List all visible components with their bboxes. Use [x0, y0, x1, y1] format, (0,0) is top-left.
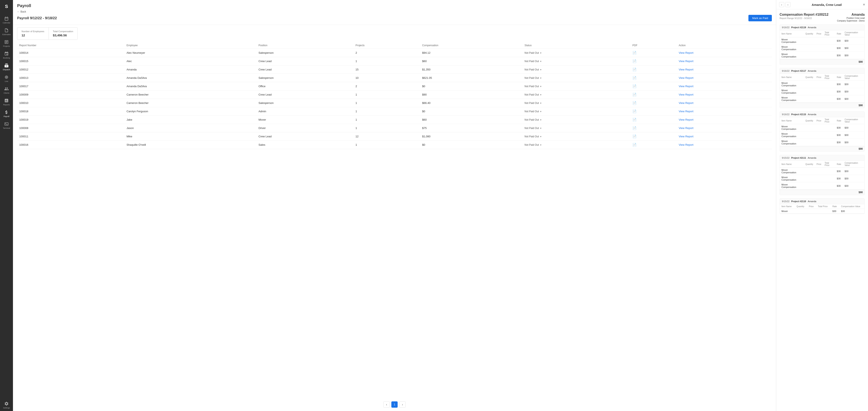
next-page-button[interactable]: ›: [399, 401, 406, 408]
sidebar-item-dispatch[interactable]: Dispatch: [0, 61, 13, 73]
cell-employee: Alec Neumeyer: [124, 49, 256, 57]
pdf-icon[interactable]: 📄: [632, 135, 637, 138]
back-link[interactable]: ← Back: [17, 10, 772, 13]
comp-date: 9/16/22: [782, 113, 789, 116]
view-report-link[interactable]: View Report: [679, 126, 693, 130]
pdf-icon[interactable]: 📄: [632, 51, 637, 55]
summary-employees-label: Number of Employees: [22, 30, 44, 33]
summary-compensation: Total Compensation $3,496.56: [49, 28, 78, 39]
sidebar-terminal-label: Terminal: [3, 127, 10, 129]
col-action: Action: [677, 42, 772, 49]
pdf-icon[interactable]: 📄: [632, 68, 637, 71]
comp-date: 9/16/22: [782, 26, 789, 29]
view-report-link[interactable]: View Report: [679, 110, 693, 113]
comp-project: Project #2115: [791, 113, 806, 116]
cell-action: View Report: [677, 99, 772, 107]
sidebar-item-booking[interactable]: Booking: [0, 49, 13, 61]
prev-page-button[interactable]: ‹: [383, 401, 390, 408]
pdf-icon[interactable]: 📄: [632, 85, 637, 88]
page-header: Payroll ← Back Payroll 9/12/22 - 9/18/22…: [13, 0, 776, 25]
cell-pdf: 📄: [630, 132, 677, 141]
mark-paid-button[interactable]: Mark as Paid: [748, 15, 772, 21]
view-report-link[interactable]: View Report: [679, 60, 693, 63]
status-badge: Not Paid Out ▼: [525, 52, 542, 54]
sidebar-settings-label: Settings: [3, 407, 10, 409]
status-arrow-icon: ▼: [540, 60, 542, 63]
comp-row: Mover Compensation $30 $30: [780, 124, 864, 131]
view-report-link[interactable]: View Report: [679, 68, 693, 71]
company-value: Supermove - Demo: [846, 20, 865, 22]
comp-price: [815, 81, 823, 88]
sidebar-item-calendar[interactable]: Calendar: [0, 14, 13, 26]
sidebar-item-settings[interactable]: Settings: [0, 399, 13, 411]
cell-action: View Report: [677, 74, 772, 82]
view-report-link[interactable]: View Report: [679, 93, 693, 96]
view-report-link[interactable]: View Report: [679, 76, 693, 80]
cell-employee: Carolyn Ferguson: [124, 107, 256, 116]
sidebar-item-payroll[interactable]: Payroll: [0, 108, 13, 120]
comp-value: $30: [843, 124, 864, 131]
comp-total-price: [823, 44, 835, 52]
comp-total: $90: [780, 59, 864, 64]
cell-status: Not Paid Out ▼: [522, 132, 630, 141]
comp-col-rate: Rate: [835, 74, 843, 81]
cell-employee: Shaquille O'neill: [124, 141, 256, 149]
cell-action: View Report: [677, 57, 772, 65]
col-projects: Projects: [353, 42, 420, 49]
sidebar-item-estimates[interactable]: Estimates: [0, 26, 13, 38]
sidebar-item-projects[interactable]: Projects: [0, 38, 13, 49]
view-report-link[interactable]: View Report: [679, 101, 693, 104]
cell-pdf: 📄: [630, 82, 677, 91]
comp-item-name: Mover Compensation: [780, 139, 804, 146]
comp-section-header: 9/16/22 Project #2119 Amanda: [780, 25, 864, 30]
pdf-icon[interactable]: 📄: [632, 93, 637, 96]
pdf-icon[interactable]: 📄: [632, 109, 637, 113]
comp-rate: $30: [831, 209, 839, 214]
table-row: 100012 Amanda Crew Lead 15 $1,350 Not Pa…: [17, 65, 772, 74]
view-report-link[interactable]: View Report: [679, 85, 693, 88]
comp-value: $30: [843, 131, 864, 139]
panel-prev-button[interactable]: ‹: [779, 2, 784, 7]
pdf-icon[interactable]: 📄: [632, 126, 637, 130]
comp-total-price: [823, 182, 835, 190]
view-report-link[interactable]: View Report: [679, 118, 693, 121]
comp-price: [815, 88, 823, 95]
comp-project: Project #2117: [791, 70, 806, 72]
report-person-name: Amanda: [837, 13, 865, 17]
comp-quantity: [804, 52, 815, 59]
page-1-button[interactable]: 1: [391, 401, 398, 408]
sidebar-item-reports[interactable]: Reports: [0, 96, 13, 108]
pdf-icon[interactable]: 📄: [632, 118, 637, 122]
pdf-icon[interactable]: 📄: [632, 101, 637, 105]
panel-next-button[interactable]: ›: [785, 2, 790, 7]
status-badge: Not Paid Out ▼: [525, 144, 542, 146]
view-report-link[interactable]: View Report: [679, 143, 693, 146]
comp-row: Mover Compensation $30 $30: [780, 175, 864, 182]
comp-col-total-price: Total Price: [823, 117, 835, 124]
comp-rate: $30: [835, 37, 843, 44]
cell-position: Crew Lead: [256, 57, 353, 65]
comp-rate: $30: [835, 52, 843, 59]
status-arrow-icon: ▼: [540, 144, 542, 146]
sidebar-live-label: Live: [5, 80, 8, 82]
status-badge: Not Paid Out ▼: [525, 110, 542, 113]
comp-section: 9/15/22 Project #2110 Amanda Item Name Q…: [780, 198, 865, 214]
comp-col-rate: Rate: [835, 161, 843, 168]
view-report-link[interactable]: View Report: [679, 135, 693, 138]
comp-table-body: Mover Compensation $30 $30 Mover Compens…: [780, 81, 864, 103]
pdf-icon[interactable]: 📄: [632, 76, 637, 80]
comp-employee: Amanda: [808, 70, 816, 72]
comp-quantity: [804, 139, 815, 146]
sidebar-item-terminal[interactable]: Terminal: [0, 120, 13, 131]
comp-section: 9/16/22 Project #2119 Amanda Item Name Q…: [780, 25, 865, 65]
cell-compensation: $94.12: [420, 49, 522, 57]
pagination: ‹ 1 ›: [13, 398, 776, 411]
sidebar-item-live[interactable]: Live: [0, 73, 13, 85]
pdf-icon[interactable]: 📄: [632, 143, 637, 147]
summary-employees: Number of Employees 12: [17, 28, 49, 39]
view-report-link[interactable]: View Report: [679, 51, 693, 54]
panel-close-button[interactable]: ×: [863, 3, 865, 6]
comp-total-price: [823, 37, 835, 44]
sidebar-item-clients[interactable]: Clients: [0, 85, 13, 96]
pdf-icon[interactable]: 📄: [632, 59, 637, 63]
